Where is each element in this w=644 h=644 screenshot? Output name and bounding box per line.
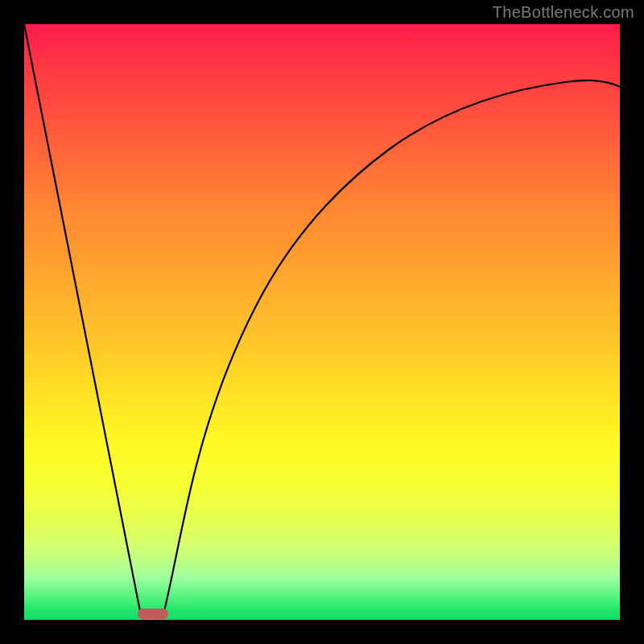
watermark-text: TheBottleneck.com	[493, 3, 634, 22]
right-curve-path	[164, 80, 620, 611]
plot-area	[24, 24, 620, 620]
left-line-path	[24, 24, 140, 611]
chart-svg	[24, 24, 620, 620]
chart-frame: TheBottleneck.com	[0, 0, 644, 644]
valley-marker-rect	[138, 609, 168, 619]
